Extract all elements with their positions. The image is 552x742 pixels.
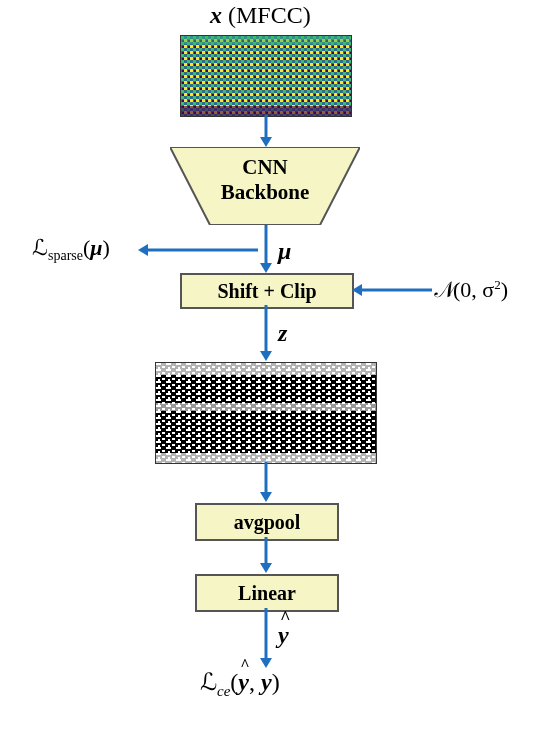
ce-loss-label: ℒce(y^, y) <box>200 668 280 700</box>
arrow-shiftclip-to-z <box>256 305 276 361</box>
mu-symbol: μ <box>278 238 291 265</box>
arrow-input-to-cnn <box>256 115 276 147</box>
svg-rect-23 <box>156 363 376 463</box>
cnn-backbone-label: CNN Backbone <box>170 155 360 205</box>
avgpool-block: avgpool <box>195 503 339 541</box>
arrow-mu-to-sparse <box>138 240 258 260</box>
linear-label: Linear <box>238 582 296 605</box>
arrow-linear-to-yhat <box>256 608 276 668</box>
svg-marker-17 <box>260 351 272 361</box>
noise-label: 𝒩(0, σ2) <box>435 277 508 303</box>
binary-feature-map <box>155 362 377 464</box>
z-symbol: z <box>278 320 287 347</box>
arrow-binary-to-avgpool <box>256 462 276 502</box>
svg-rect-5 <box>181 106 351 116</box>
input-label: x (MFCC) <box>210 2 311 29</box>
cnn-line2: Backbone <box>170 180 360 205</box>
avgpool-label: avgpool <box>234 511 301 534</box>
svg-marker-30 <box>260 563 272 573</box>
svg-rect-24 <box>156 363 376 375</box>
shift-clip-label: Shift + Clip <box>217 280 316 303</box>
mfcc-spectrogram <box>180 35 352 117</box>
input-symbol: x <box>210 2 222 28</box>
arrow-avgpool-to-linear <box>256 537 276 573</box>
cnn-line1: CNN <box>170 155 360 180</box>
arrow-cnn-to-mu <box>256 225 276 273</box>
yhat-symbol: y^ <box>278 622 289 649</box>
svg-rect-6 <box>181 36 351 44</box>
svg-rect-4 <box>181 36 351 116</box>
shift-clip-block: Shift + Clip <box>180 273 354 309</box>
svg-rect-26 <box>156 453 376 463</box>
linear-block: Linear <box>195 574 339 612</box>
svg-marker-32 <box>260 658 272 668</box>
arrow-noise-to-shiftclip <box>352 280 432 300</box>
svg-rect-25 <box>156 403 376 411</box>
svg-marker-13 <box>138 244 148 256</box>
svg-marker-28 <box>260 492 272 502</box>
input-annotation: (MFCC) <box>228 2 311 28</box>
sparse-loss-label: ℒsparse(μ) <box>32 235 110 264</box>
svg-marker-8 <box>260 137 272 147</box>
svg-marker-11 <box>260 263 272 273</box>
